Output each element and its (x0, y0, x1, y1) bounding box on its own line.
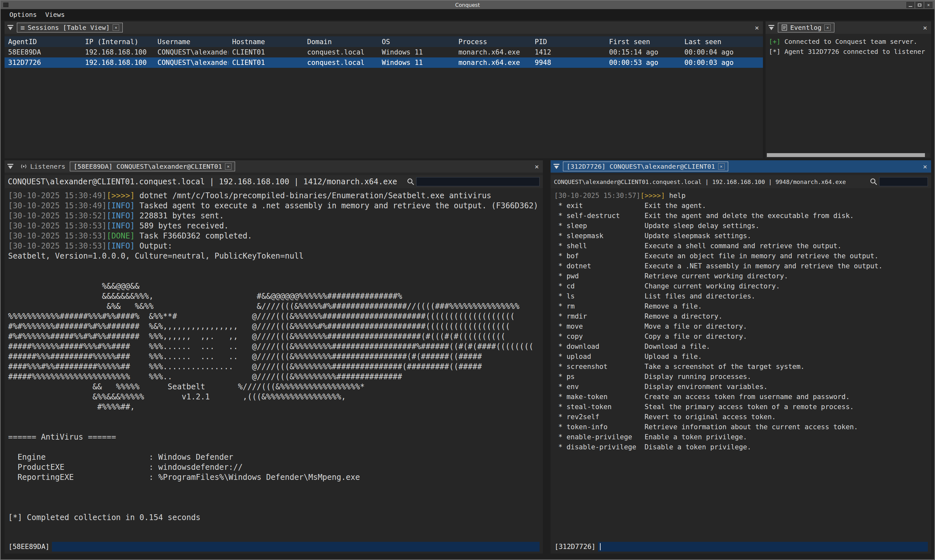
tab-agent-58EE89DA[interactable]: [58EE89DA] CONQUEST\alexander@CLIENT01 × (70, 162, 235, 171)
undock-triangle-icon (767, 24, 775, 31)
help-line: * token-info Retrieve information about … (554, 422, 927, 432)
panel-close-icon[interactable]: × (755, 24, 759, 32)
command-input-bar: [58EE89DA] (8, 541, 539, 552)
session-cell: 1412 (531, 48, 605, 56)
terminal-line: %&&@@@&& (8, 281, 539, 291)
tab-close-icon[interactable]: × (718, 163, 725, 170)
session-cell: 00:00:04 ago (681, 48, 763, 56)
terminal-line: %%%%%%%%%%%######%%%#%%####% &%%**# @///… (8, 311, 539, 322)
help-line: * rev2self Revert to original access tok… (554, 412, 927, 422)
tab-eventlog[interactable]: Eventlog × (778, 23, 834, 32)
command-input[interactable] (598, 542, 928, 552)
column-header[interactable]: IP (Internal) (82, 38, 154, 46)
window-controls: × (906, 2, 932, 8)
dock-icon[interactable] (5, 24, 16, 31)
dock-icon[interactable] (551, 163, 562, 170)
minimize-button[interactable] (906, 2, 914, 8)
terminal-line: ====== AntiVirus ====== (8, 432, 539, 442)
session-cell: conquest.local (303, 59, 378, 66)
help-line: * shell Execute a shell command and retr… (554, 241, 927, 251)
terminal-line: [*] Completed collection in 0.154 second… (8, 512, 539, 523)
terminal-line: #%#%%%%%%%#######%#%%####### %&%,,,,,,,,… (8, 322, 539, 332)
terminal-line: #####%%%%%%%%%%%%%%%%%%%%% %%%.. @////((… (8, 372, 539, 382)
command-input-bar: [312D7726] (555, 541, 928, 552)
session-cell: CLIENT01 (228, 59, 303, 66)
panel-close-icon[interactable]: × (535, 163, 539, 171)
session-cell: 00:00:53 ago (605, 59, 681, 66)
session-row[interactable]: 312D7726192.168.168.100CONQUEST\alexande… (5, 57, 763, 68)
tab-close-icon[interactable]: × (225, 163, 231, 170)
session-cell: 58EE89DA (5, 48, 82, 56)
session-cell: 192.168.168.100 (82, 59, 154, 66)
log-icon (781, 24, 787, 31)
help-line: * download Download a file. (554, 342, 927, 352)
session-row[interactable]: 58EE89DA192.168.168.100CONQUEST\alexande… (5, 47, 763, 57)
search-input[interactable] (879, 177, 928, 186)
session-cell: CLIENT01 (228, 48, 303, 56)
eventlog-panel: Eventlog × × [+] Connected to Conquest t… (766, 22, 931, 158)
tab-label: [58EE89DA] CONQUEST\alexander@CLIENT01 (73, 163, 222, 170)
panel-close-icon[interactable]: × (923, 24, 927, 32)
window-title: Conquest (1, 2, 934, 8)
list-icon: ≡ (20, 24, 25, 32)
terminal-output[interactable]: [30-10-2025 15:30:57][>>>>] help * exit … (551, 188, 931, 541)
terminal-line: #%#%%%%%%#####%%#%#%%####### %%%,,,,,, ,… (8, 332, 539, 342)
tab-listeners[interactable]: Listeners (17, 162, 68, 171)
session-cell: 00:15:14 ago (605, 48, 681, 56)
terminal-line (8, 483, 539, 492)
scrollbar-thumb[interactable] (767, 153, 925, 157)
tab-close-icon[interactable]: × (112, 24, 119, 31)
help-line: * disable-privilege Disable a token priv… (554, 442, 927, 452)
tab-close-icon[interactable]: × (824, 24, 831, 31)
terminal-line: [30-10-2025 15:30:49][INFO] Tasked agent… (8, 201, 539, 211)
terminal-line (8, 503, 539, 512)
session-cell: monarch.x64.exe (455, 59, 531, 66)
help-line: * screenshot Take a screenshot of the ta… (554, 362, 927, 372)
app-window: Conquest × Options Views ≡ Sessions [Tab… (0, 0, 935, 560)
column-header[interactable]: Process (455, 38, 531, 46)
menu-options[interactable]: Options (5, 10, 41, 19)
panel-close-icon[interactable]: × (923, 163, 927, 171)
session-cell: monarch.x64.exe (455, 48, 531, 56)
help-line: * bof Execute an object file in memory a… (554, 251, 927, 261)
menu-views[interactable]: Views (41, 10, 69, 19)
command-input[interactable] (52, 542, 539, 552)
column-header[interactable]: Domain (303, 38, 378, 46)
column-header[interactable]: Hostname (228, 38, 303, 46)
search-input[interactable] (416, 177, 539, 186)
titlebar[interactable]: Conquest × (1, 1, 934, 9)
help-line: * cd Change current working directory. (554, 281, 927, 291)
terminal-line: [30-10-2025 15:30:49][>>>>] dotnet /mnt/… (8, 191, 539, 201)
close-button[interactable]: × (924, 2, 932, 8)
help-line: * dotnet Execute a .NET assembly in memo… (554, 261, 927, 271)
tab-label: Listeners (30, 163, 65, 170)
session-info-bar: CONQUEST\alexander@CLIENT01.conquest.loc… (551, 175, 931, 188)
column-header[interactable]: AgentID (5, 38, 82, 46)
tab-label: Sessions [Table View] (28, 24, 110, 31)
terminal-line: &%& %&%% &////(((&%%%%%#%###############… (8, 302, 539, 311)
terminal-line: &%%&&&%%%%% v1.2.1 ,(((&%%%%%%%%%%%%%%%%… (8, 392, 539, 402)
terminal-line (8, 412, 539, 422)
tab-sessions[interactable]: ≡ Sessions [Table View] × (17, 23, 123, 32)
eventlog-output: [+] Connected to Conquest team server.[*… (766, 34, 931, 153)
column-header[interactable]: OS (378, 38, 455, 46)
column-header[interactable]: Last seen (681, 38, 763, 46)
dock-icon[interactable] (766, 24, 777, 31)
column-header[interactable]: PID (531, 38, 605, 46)
dock-icon[interactable] (5, 163, 16, 170)
app-icon (3, 3, 8, 7)
column-header[interactable]: First seen (605, 38, 681, 46)
column-header[interactable]: Username (154, 38, 228, 46)
terminal-output[interactable]: [30-10-2025 15:30:49][>>>>] dotnet /mnt/… (5, 188, 543, 541)
session-cell: 9948 (531, 59, 605, 66)
session-cell: conquest.local (303, 48, 378, 56)
maximize-button[interactable] (915, 2, 923, 8)
terminal-line: [30-10-2025 15:30:53][INFO] 589 bytes re… (8, 221, 539, 231)
terminal-line: [30-10-2025 15:30:53][DONE] Task F366D36… (8, 231, 539, 241)
help-line: * exit Exit the agent. (554, 201, 927, 211)
help-line: * rmdir Remove a directory. (554, 311, 927, 322)
tab-agent-312D7726[interactable]: [312D7726] CONQUEST\alexander@CLIENT01 × (563, 162, 728, 171)
sessions-panel-header: ≡ Sessions [Table View] × × (5, 22, 763, 34)
terminal-line: [30-10-2025 15:30:57][>>>>] help (554, 191, 927, 201)
horizontal-scrollbar[interactable] (767, 153, 930, 157)
